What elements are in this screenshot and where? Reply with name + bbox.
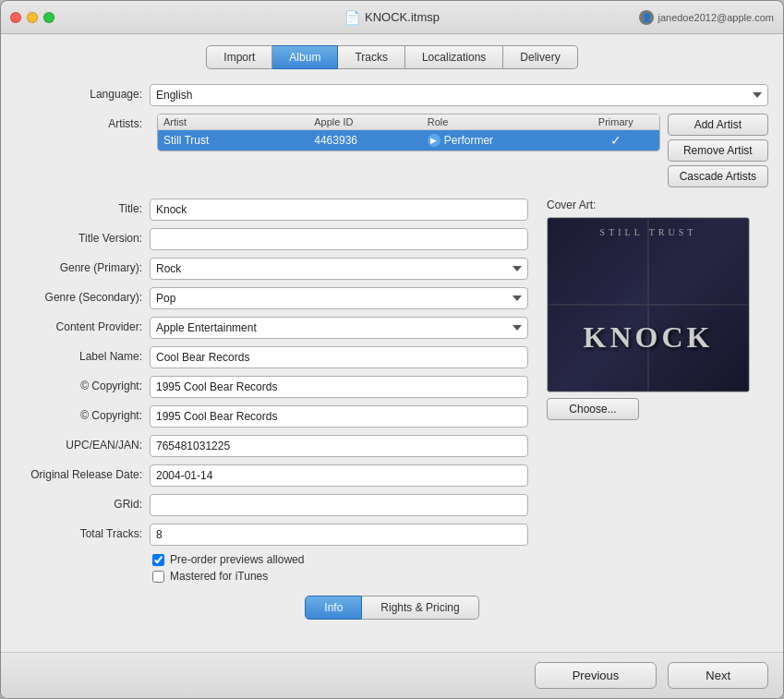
genre-primary-control: Rock	[150, 258, 528, 280]
copyright-row: © Copyright:	[16, 376, 528, 398]
main-content: Title: Title Version: Genr	[16, 199, 768, 553]
label-name-label: Label Name:	[16, 346, 150, 363]
right-panel: Cover Art: STILL TRUST KNOCK	[547, 199, 768, 553]
next-button[interactable]: Next	[668, 662, 768, 689]
tab-info[interactable]: Info	[305, 596, 362, 620]
language-control: English	[150, 84, 768, 106]
preorder-checkbox[interactable]	[152, 554, 164, 566]
genre-primary-row: Genre (Primary): Rock	[16, 258, 528, 280]
language-row: Language: English	[16, 84, 768, 106]
tab-album[interactable]: Album	[272, 45, 338, 69]
copyright2-label: © Copyright:	[16, 405, 150, 422]
grid-input[interactable]	[150, 494, 528, 516]
window-title: 📄 KNOCK.itmsp	[344, 10, 440, 25]
title-version-input[interactable]	[150, 228, 528, 250]
genre-secondary-row: Genre (Secondary): Pop	[16, 287, 528, 309]
bottom-tab-bar: Info Rights & Pricing	[16, 596, 768, 620]
title-version-row: Title Version:	[16, 228, 528, 250]
cover-art-grid	[548, 218, 749, 392]
grid-control	[150, 494, 528, 516]
label-name-control	[150, 346, 528, 368]
artist-buttons: Add Artist Remove Artist Cascade Artists	[668, 114, 768, 187]
maximize-button[interactable]	[43, 12, 54, 23]
tab-tracks[interactable]: Tracks	[338, 45, 405, 69]
genre-primary-label: Genre (Primary):	[16, 258, 150, 274]
traffic-lights	[10, 12, 54, 23]
title-version-control	[150, 228, 528, 250]
add-artist-button[interactable]: Add Artist	[668, 114, 768, 136]
col-primary: Primary	[578, 116, 654, 127]
mastered-label: Mastered for iTunes	[170, 570, 268, 583]
minimize-button[interactable]	[27, 12, 38, 23]
tab-localizations[interactable]: Localizations	[405, 45, 503, 69]
content-area: Import Album Tracks Localizations Delive…	[1, 34, 783, 652]
total-tracks-label: Total Tracks:	[16, 524, 150, 540]
content-provider-row: Content Provider: Apple Entertainment	[16, 317, 528, 339]
mastered-row: Mastered for iTunes	[152, 570, 768, 583]
previous-button[interactable]: Previous	[535, 662, 657, 689]
copyright-input[interactable]	[150, 376, 528, 398]
genre-secondary-control: Pop	[150, 287, 528, 309]
doc-icon: 📄	[344, 10, 360, 25]
total-tracks-input[interactable]	[150, 524, 528, 546]
artist-name: Still Trust	[163, 134, 314, 147]
artist-appleid: 4463936	[314, 134, 427, 147]
artist-role: ▶ Performer	[428, 134, 578, 147]
main-tab-bar: Import Album Tracks Localizations Delive…	[16, 45, 768, 69]
role-icon: ▶	[428, 134, 440, 147]
content-provider-control: Apple Entertainment	[150, 317, 528, 339]
tab-delivery[interactable]: Delivery	[503, 45, 577, 69]
mastered-checkbox[interactable]	[152, 571, 164, 583]
label-name-row: Label Name:	[16, 346, 528, 368]
cover-art-knock-text: KNOCK	[584, 320, 714, 355]
content-provider-select[interactable]: Apple Entertainment	[150, 317, 528, 339]
language-select[interactable]: English	[150, 84, 768, 106]
content-provider-label: Content Provider:	[16, 317, 150, 333]
title-row: Title:	[16, 199, 528, 221]
release-date-control	[150, 464, 528, 487]
left-form: Title: Title Version: Genr	[16, 199, 528, 553]
footer: Previous Next	[1, 652, 783, 698]
title-version-label: Title Version:	[16, 228, 150, 245]
artist-primary: ✓	[578, 133, 654, 148]
main-window: 📄 KNOCK.itmsp 👤 janedoe2012@apple.com Im…	[0, 0, 784, 699]
grid-row: GRid:	[16, 494, 528, 516]
titlebar: 📄 KNOCK.itmsp 👤 janedoe2012@apple.com	[1, 1, 783, 34]
grid-label: GRid:	[16, 494, 150, 511]
col-artist: Artist	[163, 116, 314, 127]
col-role: Role	[428, 116, 578, 127]
copyright2-input[interactable]	[150, 405, 528, 428]
upc-input[interactable]	[150, 435, 528, 457]
release-date-input[interactable]	[150, 464, 528, 487]
title-input[interactable]	[150, 199, 528, 221]
tab-import[interactable]: Import	[206, 45, 272, 69]
total-tracks-control	[150, 524, 528, 546]
release-date-row: Original Release Date:	[16, 464, 528, 487]
user-avatar: 👤	[639, 10, 654, 25]
user-info: 👤 janedoe2012@apple.com	[639, 10, 774, 25]
label-name-input[interactable]	[150, 346, 528, 368]
upc-label: UPC/EAN/JAN:	[16, 435, 150, 452]
choose-button[interactable]: Choose...	[547, 398, 639, 420]
artists-table: Artist Apple ID Role Primary Still Trust…	[157, 114, 660, 151]
tab-rights-pricing[interactable]: Rights & Pricing	[362, 596, 478, 620]
upc-row: UPC/EAN/JAN:	[16, 435, 528, 457]
artists-header: Artist Apple ID Role Primary	[158, 114, 659, 130]
total-tracks-row: Total Tracks:	[16, 524, 528, 546]
genre-secondary-label: Genre (Secondary):	[16, 287, 150, 304]
preorder-label: Pre-order previews allowed	[170, 553, 304, 566]
copyright-control	[150, 376, 528, 398]
remove-artist-button[interactable]: Remove Artist	[668, 139, 768, 162]
primary-checkmark: ✓	[610, 133, 621, 148]
copyright2-row: © Copyright:	[16, 405, 528, 428]
title-control	[150, 199, 528, 221]
artist-row[interactable]: Still Trust 4463936 ▶ Performer ✓	[158, 130, 659, 151]
close-button[interactable]	[10, 12, 21, 23]
cover-art-label: Cover Art:	[547, 199, 768, 211]
cascade-artists-button[interactable]: Cascade Artists	[668, 165, 768, 187]
copyright2-control	[150, 405, 528, 428]
artists-label: Artists:	[16, 114, 150, 130]
genre-secondary-select[interactable]: Pop	[150, 287, 528, 309]
genre-primary-select[interactable]: Rock	[150, 258, 528, 280]
col-appleid: Apple ID	[314, 116, 427, 127]
